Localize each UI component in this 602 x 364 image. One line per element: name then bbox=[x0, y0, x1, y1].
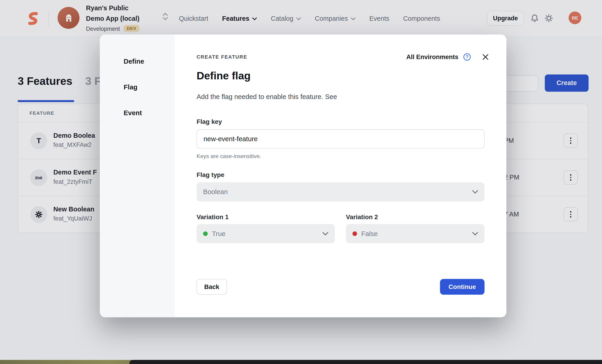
back-button[interactable]: Back bbox=[196, 279, 227, 295]
variation1-select[interactable]: True bbox=[196, 224, 335, 243]
chevron-down-icon bbox=[322, 232, 328, 236]
flag-key-helper: Keys are case-insensitive. bbox=[196, 153, 261, 159]
variation2-select[interactable]: False bbox=[346, 224, 484, 243]
flag-type-select[interactable]: Boolean bbox=[196, 182, 484, 201]
step-event[interactable]: Event bbox=[124, 109, 142, 117]
variation1-label: Variation 1 bbox=[196, 213, 228, 220]
flag-type-label: Flag type bbox=[196, 171, 224, 178]
red-dot-icon bbox=[352, 231, 357, 236]
green-dot-icon bbox=[203, 231, 208, 236]
modal-description: Add the flag needed to enable this featu… bbox=[196, 93, 337, 101]
help-icon[interactable]: ? bbox=[463, 53, 471, 61]
modal-title: Define flag bbox=[196, 70, 251, 82]
all-environments-label: All Environments bbox=[406, 53, 458, 61]
background-window-bar bbox=[129, 360, 602, 364]
step-define[interactable]: Define bbox=[124, 57, 144, 65]
chevron-down-icon bbox=[472, 232, 478, 236]
environments-cluster: All Environments ? bbox=[406, 52, 490, 61]
chevron-down-icon bbox=[472, 190, 478, 194]
modal-step-rail: Define Flag Event bbox=[100, 34, 175, 317]
step-flag[interactable]: Flag bbox=[124, 83, 138, 91]
continue-button[interactable]: Continue bbox=[440, 279, 484, 295]
modal-eyebrow: CREATE FEATURE bbox=[196, 54, 247, 60]
variation2-label: Variation 2 bbox=[346, 213, 378, 220]
close-icon[interactable] bbox=[481, 52, 490, 61]
app-root: Ryan's Public Demo App (local) Developme… bbox=[0, 0, 602, 364]
flag-key-label: Flag key bbox=[196, 118, 222, 125]
create-feature-modal: Define Flag Event CREATE FEATURE All Env… bbox=[100, 34, 506, 317]
flag-key-input[interactable] bbox=[196, 129, 484, 148]
